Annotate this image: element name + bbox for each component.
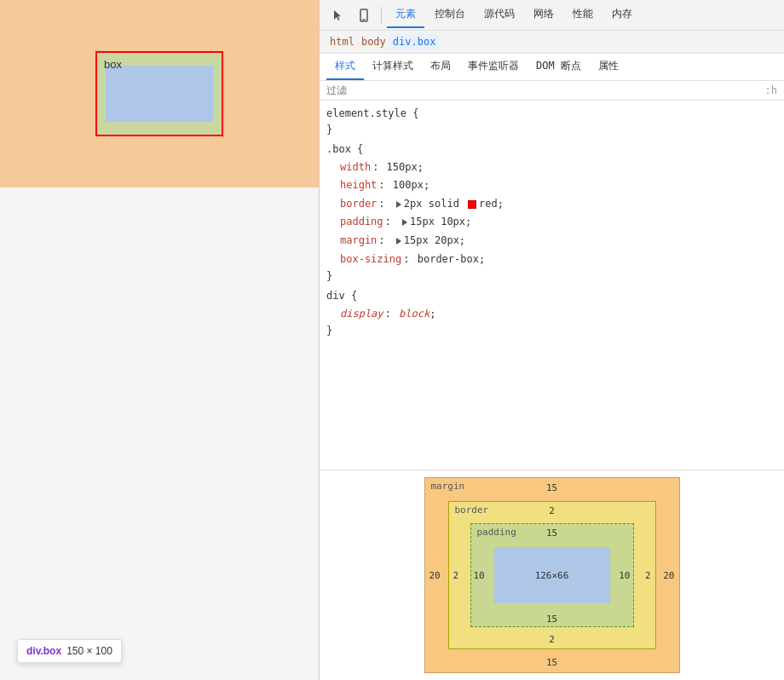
bm-border-left: 2 [453,570,459,581]
tab-sources[interactable]: 源代码 [476,2,523,28]
css-prop-box-sizing: box-sizing : border-box ; [320,251,784,269]
tab-performance[interactable]: 性能 [564,2,602,28]
css-area: element.style { } .box { width : 150px ;… [320,101,784,470]
margin-arrow[interactable] [396,238,401,245]
styles-tab-styles[interactable]: 样式 [326,54,364,80]
bm-margin-top: 15 [546,482,557,493]
bm-padding-label: padding [477,527,516,538]
bm-border-bottom: 2 [549,634,555,645]
devtools-top-tabs: 元素 控制台 源代码 网络 性能 内存 [320,0,784,31]
bm-content-size: 126×66 [535,570,569,581]
styles-tabs: 样式 计算样式 布局 事件监听器 DOM 断点 属性 [320,54,784,81]
css-prop-height: height : 100px ; [320,176,784,195]
box-label: box [104,58,122,71]
styles-tab-properties[interactable]: 属性 [590,54,627,80]
filter-input[interactable] [326,84,765,96]
breadcrumb-divbox[interactable]: div.box [389,34,440,49]
breadcrumb-html[interactable]: html [326,34,358,49]
tab-network[interactable]: 网络 [525,2,562,28]
tab-memory[interactable]: 内存 [603,2,641,28]
bm-border-right: 2 [645,570,651,581]
tooltip-size: 150 × 100 [66,645,112,657]
styles-tab-dombreakpoints[interactable]: DOM 断点 [527,54,590,80]
css-rule-div: div { display : block ; } [320,286,784,341]
bm-padding-top: 15 [546,527,557,539]
css-value-border: 2px solid [404,195,465,214]
div-rule-close: } [320,323,784,339]
cursor-icon-btn[interactable] [326,3,350,27]
styles-tab-computed[interactable]: 计算样式 [364,54,422,80]
tab-console[interactable]: 控制台 [426,2,474,28]
bm-margin-right: 20 [663,570,674,581]
box-model-diagram: margin 15 15 20 20 border 2 2 2 2 paddin [424,477,680,673]
css-value-margin: 15px 20px [404,232,459,251]
padding-arrow[interactable] [402,219,407,226]
filter-bar: :h [320,81,784,101]
css-rule-element-style: element.style { } [320,104,784,140]
css-value-border-color: red [479,195,498,214]
bm-margin-left: 20 [429,570,441,581]
css-value-padding: 15px 10px [410,213,465,232]
css-prop-margin: margin : 15px 20px ; [320,232,784,251]
bm-content-box: 126×66 [494,547,610,603]
css-prop-name-box-sizing: box-sizing [340,251,401,269]
bm-border-top: 2 [549,505,555,516]
css-value-height: 100px [387,176,424,195]
css-prop-width: width : 150px ; [320,158,784,177]
css-prop-padding: padding : 15px 10px ; [320,213,784,232]
preview-area: box [0,0,319,187]
separator [381,7,382,24]
css-value-box-sizing: border-box [411,251,478,269]
css-value-display: block [393,305,429,324]
breadcrumb-body[interactable]: body [358,34,389,49]
css-prop-name-margin: margin [340,232,377,251]
filter-hint: :h [765,84,777,96]
bm-padding-bottom: 15 [546,614,557,625]
element-tooltip: div.box 150 × 100 [17,639,122,663]
breadcrumb: html body div.box [320,31,784,54]
styles-tab-layout[interactable]: 布局 [422,54,459,80]
tooltip-tag: div.box [26,645,61,657]
box-element: box [95,51,223,136]
css-prop-display: display : block ; [320,305,784,324]
css-prop-name-height: height [340,176,377,195]
css-value-width: 150px [380,158,417,177]
box-model-section: margin 15 15 20 20 border 2 2 2 2 paddin [320,470,784,680]
element-style-close: } [320,122,784,138]
box-inner [106,66,213,122]
mobile-icon-btn[interactable] [352,3,376,27]
css-prop-border: border : 2px solid red ; [320,195,784,214]
bm-margin-bottom: 15 [546,657,557,668]
element-style-selector: element.style { [320,106,784,122]
border-arrow[interactable] [396,201,401,208]
css-prop-name-width: width [340,158,371,177]
bm-padding-right: 10 [619,570,630,581]
box-selector: .box { [320,141,784,158]
css-prop-name-padding: padding [340,213,383,232]
tab-elements[interactable]: 元素 [387,2,424,28]
styles-tab-listeners[interactable]: 事件监听器 [459,54,527,80]
bm-border-label: border [455,504,489,516]
right-panel: 元素 控制台 源代码 网络 性能 内存 html body div.box 样式… [320,0,784,680]
div-selector: div { [320,288,784,304]
left-panel: box div.box 150 × 100 [0,0,320,680]
css-rule-box: .box { width : 150px ; height : 100px ; … [320,140,784,286]
css-prop-name-border: border [340,195,377,214]
bm-margin-label: margin [431,481,465,492]
border-color-swatch[interactable] [468,200,476,209]
css-prop-name-display: display [340,305,383,324]
box-rule-close: } [320,268,784,285]
bm-padding-left: 10 [474,570,485,581]
